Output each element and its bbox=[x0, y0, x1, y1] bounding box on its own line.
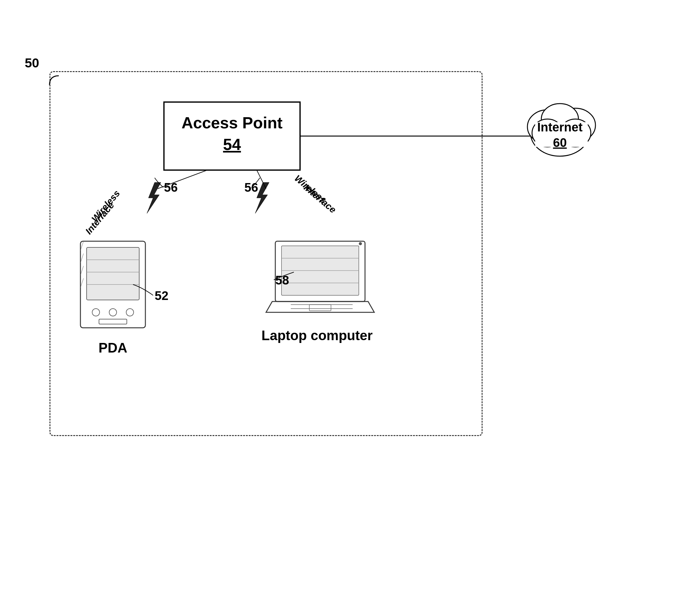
svg-text:52: 52 bbox=[155, 289, 169, 303]
svg-text:60: 60 bbox=[553, 136, 567, 149]
svg-point-19 bbox=[92, 309, 100, 316]
svg-marker-40 bbox=[147, 182, 161, 213]
svg-point-31 bbox=[359, 242, 362, 245]
svg-text:54: 54 bbox=[223, 135, 241, 153]
svg-rect-22 bbox=[99, 319, 127, 324]
diagram-svg: Access Point 54 Internet 60 bbox=[25, 31, 659, 557]
svg-rect-37 bbox=[309, 305, 331, 311]
svg-point-21 bbox=[126, 309, 134, 316]
diagram: 50 Access Point 54 Internet 60 bbox=[25, 31, 659, 557]
svg-text:Laptop computer: Laptop computer bbox=[261, 328, 372, 343]
svg-text:56: 56 bbox=[164, 181, 178, 194]
svg-text:Interface: Interface bbox=[302, 182, 338, 215]
svg-text:Internet: Internet bbox=[537, 120, 583, 134]
svg-point-20 bbox=[109, 309, 116, 316]
svg-text:PDA: PDA bbox=[99, 340, 127, 355]
svg-text:Access Point: Access Point bbox=[182, 114, 283, 132]
svg-line-48 bbox=[158, 170, 207, 189]
svg-rect-15 bbox=[87, 247, 139, 300]
svg-text:58: 58 bbox=[275, 273, 289, 287]
svg-line-49 bbox=[257, 170, 266, 189]
